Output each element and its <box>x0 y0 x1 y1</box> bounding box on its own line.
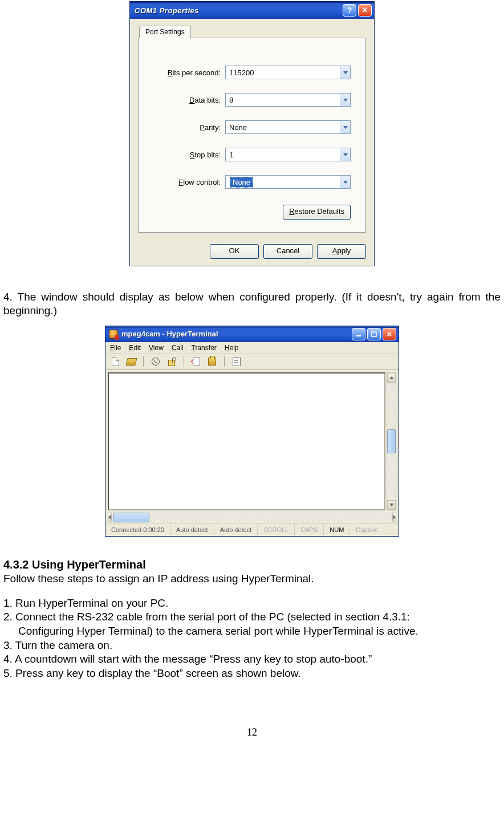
parity-value: None <box>226 122 340 133</box>
data-bits-label: Data bits: <box>153 96 225 104</box>
status-connected: Connected 0:00:20 <box>105 524 170 536</box>
ok-button[interactable]: OK <box>210 244 259 259</box>
dropdown-icon[interactable] <box>340 66 350 79</box>
open-icon[interactable] <box>126 356 136 367</box>
status-capture: Capture <box>350 524 384 536</box>
properties-icon[interactable] <box>231 356 242 367</box>
help-button[interactable]: ? <box>343 4 356 17</box>
step-2-line-2: Configuring Hyper Terminal) to the camer… <box>3 624 501 639</box>
scroll-thumb[interactable] <box>387 429 396 453</box>
close-button[interactable]: × <box>358 4 372 17</box>
section-intro: Follow these steps to assign an IP addre… <box>3 573 501 585</box>
parity-label: Parity: <box>153 123 225 132</box>
status-scroll: SCROLL <box>258 524 295 536</box>
menu-call[interactable]: Call <box>172 344 184 352</box>
maximize-button[interactable] <box>367 328 381 340</box>
scroll-right-icon[interactable] <box>392 513 396 522</box>
step-4-text: 4. The window should display as below wh… <box>3 290 501 318</box>
scroll-left-icon[interactable] <box>108 513 112 522</box>
stop-bits-value: 1 <box>226 149 340 160</box>
status-autodetect-2: Auto detect <box>214 524 258 536</box>
close-button[interactable]: × <box>383 328 396 340</box>
toolbar-separator <box>184 356 184 367</box>
dropdown-icon[interactable] <box>340 148 350 161</box>
step-2-line-1: 2. Connect the RS-232 cable from the ser… <box>3 610 501 624</box>
scroll-up-icon[interactable] <box>387 373 396 383</box>
scroll-down-icon[interactable] <box>387 500 396 510</box>
menu-transfer[interactable]: Transfer <box>192 344 217 352</box>
stop-bits-combo[interactable]: 1 <box>225 148 351 161</box>
flow-control-combo[interactable]: None <box>225 175 351 189</box>
app-icon <box>109 330 118 339</box>
dropdown-icon[interactable] <box>340 94 350 106</box>
window-titlebar[interactable]: mpeg4cam - HyperTerminal × <box>105 326 399 342</box>
svg-rect-1 <box>372 332 376 336</box>
parity-combo[interactable]: None <box>225 120 351 134</box>
menu-file[interactable]: File <box>110 344 121 352</box>
data-bits-combo[interactable]: 8 <box>225 93 351 107</box>
vertical-scrollbar[interactable] <box>387 372 396 510</box>
terminal-area[interactable] <box>108 372 385 510</box>
dialog-titlebar[interactable]: COM1 Properties ? × <box>130 2 374 19</box>
horizontal-scrollbar[interactable] <box>108 513 396 522</box>
bits-per-second-value: 115200 <box>226 67 340 78</box>
section-heading: 4.3.2 Using HyperTerminal <box>3 558 501 571</box>
bits-per-second-label: Bits per second: <box>153 68 225 77</box>
menu-help[interactable]: Help <box>225 344 239 352</box>
toolbar-separator <box>224 356 225 367</box>
step-5: 5. Press any key to display the “Boot” s… <box>3 667 501 681</box>
stop-bits-label: Stop bits: <box>153 151 225 159</box>
status-num: NUM <box>324 524 350 536</box>
dropdown-icon[interactable] <box>340 121 350 133</box>
menu-bar: File Edit View Call Transfer Help <box>105 342 399 354</box>
step-1: 1. Run HyperTerminal on your PC. <box>3 596 501 611</box>
flow-control-label: Flow control: <box>153 178 225 186</box>
dialog-title: COM1 Properties <box>135 6 341 15</box>
toolbar <box>105 354 399 370</box>
data-bits-value: 8 <box>226 95 340 105</box>
restore-defaults-button[interactable]: Restore Defaults <box>283 205 351 220</box>
step-3: 3. Turn the camera on. <box>3 639 501 653</box>
apply-button[interactable]: Apply <box>317 244 366 259</box>
status-bar: Connected 0:00:20 Auto detect Auto detec… <box>105 523 399 536</box>
svg-rect-0 <box>356 335 361 336</box>
bits-per-second-combo[interactable]: 115200 <box>225 66 351 79</box>
new-icon[interactable] <box>110 356 120 367</box>
hyperterminal-window: mpeg4cam - HyperTerminal × File Edit Vie… <box>105 326 399 537</box>
send-icon[interactable] <box>191 356 201 367</box>
call-icon[interactable] <box>151 356 161 367</box>
status-autodetect-1: Auto detect <box>170 524 214 536</box>
step-4: 4. A countdown will start with the messa… <box>3 652 501 667</box>
menu-view[interactable]: View <box>149 344 164 352</box>
page-number: 12 <box>3 726 501 738</box>
minimize-button[interactable] <box>352 328 365 340</box>
receive-icon[interactable] <box>207 356 217 367</box>
menu-edit[interactable]: Edit <box>129 344 141 352</box>
window-title: mpeg4cam - HyperTerminal <box>121 330 350 338</box>
toolbar-separator <box>143 356 144 367</box>
tab-port-settings[interactable]: Port Settings <box>139 26 191 38</box>
status-caps: CAPS <box>295 524 324 536</box>
disconnect-icon[interactable] <box>166 356 177 367</box>
cancel-button[interactable]: Cancel <box>263 244 312 259</box>
com-properties-dialog: COM1 Properties ? × Port Settings Bits p… <box>129 1 375 266</box>
steps-list: 1. Run HyperTerminal on your PC. 2. Conn… <box>3 596 501 681</box>
scroll-thumb[interactable] <box>113 513 149 522</box>
dropdown-icon[interactable] <box>340 176 350 188</box>
flow-control-value: None <box>226 177 340 188</box>
